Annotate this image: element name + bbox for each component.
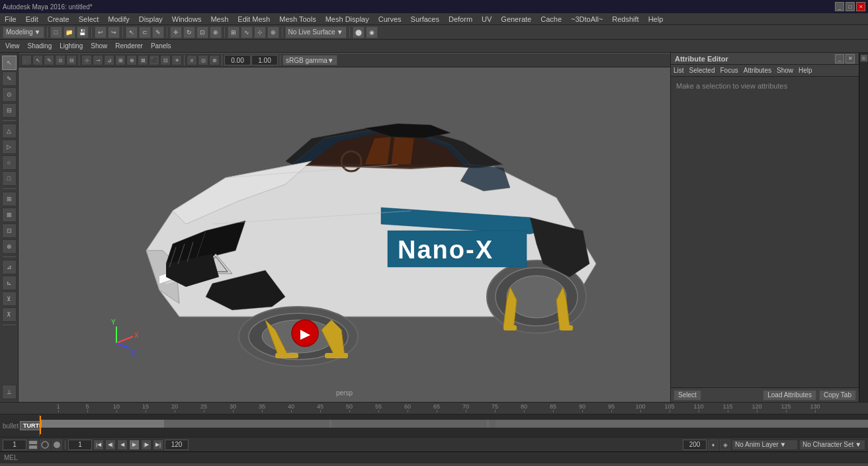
sculpt-btn[interactable]: ⊙	[2, 87, 17, 102]
snap-grid[interactable]: ⊞	[228, 26, 239, 38]
side-btn-10[interactable]: ⊠	[2, 208, 17, 222]
load-attributes-btn[interactable]: Load Attributes	[763, 390, 816, 401]
car-viewport-canvas[interactable]: Nano-X	[19, 53, 670, 402]
select-btn[interactable]: Select	[673, 390, 701, 401]
tl-icon1[interactable]	[28, 440, 38, 450]
side-btn-13[interactable]: ⊿	[2, 260, 17, 274]
side-btn-14[interactable]: ⊾	[2, 276, 17, 290]
maximize-button[interactable]: □	[846, 2, 855, 11]
attr-nav-show[interactable]: Show	[777, 67, 793, 74]
undo-btn[interactable]: ↩	[95, 26, 107, 38]
side-btn-15[interactable]: ⊻	[2, 291, 17, 306]
menu-redshift[interactable]: Redshift	[610, 15, 640, 23]
side-btn-5[interactable]: △	[2, 124, 17, 138]
frame-range-end[interactable]: 120	[165, 440, 189, 450]
open-scene-btn[interactable]: 📁	[64, 26, 75, 38]
timeline-active-range	[164, 420, 496, 428]
tl-icon2[interactable]	[40, 440, 50, 450]
range-end[interactable]: 200	[683, 440, 707, 450]
snap-curve[interactable]: ∿	[241, 26, 253, 38]
lasso-tool[interactable]: ⊂	[139, 26, 151, 38]
current-frame-input[interactable]: 1	[3, 440, 26, 450]
mode-dropdown[interactable]: Modeling ▼	[3, 26, 44, 38]
menu-3dtoall[interactable]: ~3DtoAll~	[569, 15, 605, 23]
play-back-btn[interactable]: ◀	[117, 440, 128, 450]
right-strip-btn[interactable]: ≡	[860, 54, 868, 62]
attr-nav-focus[interactable]: Focus	[720, 67, 738, 74]
menu-display[interactable]: Display	[137, 15, 165, 23]
side-btn-16[interactable]: ⊼	[2, 307, 17, 322]
render-btn[interactable]: ⬤	[353, 26, 365, 38]
skip-to-end-btn[interactable]: ▶|	[153, 440, 163, 450]
new-scene-btn[interactable]: □	[50, 26, 62, 38]
close-button[interactable]: ✕	[856, 2, 865, 11]
menu-help[interactable]: Help	[646, 15, 666, 23]
menu-curves[interactable]: Curves	[376, 15, 404, 23]
menu-create[interactable]: Create	[46, 15, 71, 23]
menu-generate[interactable]: Generate	[499, 15, 533, 23]
step-back-btn[interactable]: ◀|	[105, 440, 116, 450]
rotate-tool[interactable]: ↻	[183, 26, 195, 38]
tab-show[interactable]: Show	[88, 42, 110, 50]
tl-icon3[interactable]	[52, 440, 62, 450]
menu-mesh[interactable]: Mesh	[208, 15, 230, 23]
char-set-icon[interactable]: ♦	[708, 440, 718, 450]
play-fwd-btn[interactable]: ▶	[129, 440, 140, 450]
skip-to-start-btn[interactable]: |◀	[93, 440, 104, 450]
side-btn-6[interactable]: ▷	[2, 139, 17, 154]
menu-modify[interactable]: Modify	[106, 15, 131, 23]
menu-cache[interactable]: Cache	[539, 15, 564, 23]
attr-close-btn[interactable]: ✕	[846, 54, 855, 63]
ipr-btn[interactable]: ◉	[366, 26, 378, 38]
tab-lighting[interactable]: Lighting	[57, 42, 85, 50]
select-tool[interactable]: ↖	[126, 26, 138, 38]
attr-nav-help[interactable]: Help	[799, 67, 812, 74]
side-btn-7[interactable]: ○	[2, 155, 17, 170]
attr-nav-selected[interactable]: Selected	[689, 67, 715, 74]
transform-tool[interactable]: ⊕	[210, 26, 222, 38]
minimize-button[interactable]: _	[835, 2, 844, 11]
attr-minimize-btn[interactable]: _	[835, 54, 844, 63]
menu-uv[interactable]: UV	[480, 15, 494, 23]
snap-view[interactable]: ⊗	[267, 26, 279, 38]
select-mode-btn[interactable]: ↖	[2, 56, 17, 70]
timeline-bar[interactable]	[40, 414, 868, 438]
layer-icon[interactable]: ◈	[720, 440, 730, 450]
right-scrollbar-strip: ≡	[859, 53, 868, 402]
step-fwd-btn[interactable]: |▶	[141, 440, 152, 450]
menu-edit-mesh[interactable]: Edit Mesh	[236, 15, 272, 23]
menu-deform[interactable]: Deform	[447, 15, 474, 23]
frame-range-start[interactable]: 1	[68, 440, 92, 450]
side-btn-8[interactable]: □	[2, 171, 17, 186]
tab-panels[interactable]: Panels	[148, 42, 174, 50]
anim-layer-dropdown[interactable]: No Anim Layer ▼	[732, 440, 798, 450]
menu-select[interactable]: Select	[77, 15, 101, 23]
menu-surfaces[interactable]: Surfaces	[409, 15, 441, 23]
side-btn-12[interactable]: ⊕	[2, 239, 17, 254]
attr-nav-attributes[interactable]: Attributes	[744, 67, 771, 74]
side-btn-4[interactable]: ⊟	[2, 103, 17, 118]
bottom-side-btn[interactable]: ⊥	[2, 385, 17, 399]
menu-file[interactable]: File	[3, 15, 19, 23]
viewport[interactable]: 🎥 ↖ ✎ ⊙ ⊟ ⊹ ⊸ ⊿ ⊞ ⊕ ⊠ ⬛ ⊡ ☀ # ◎ ⊗ 0.00 1…	[19, 53, 670, 402]
menu-mesh-display[interactable]: Mesh Display	[324, 15, 371, 23]
tab-view[interactable]: View	[3, 42, 22, 50]
menu-edit[interactable]: Edit	[24, 15, 40, 23]
paint-sel-tool[interactable]: ✎	[152, 26, 164, 38]
paint-tool-btn[interactable]: ✎	[2, 71, 17, 86]
live-surface-dropdown[interactable]: No Live Surface ▼	[285, 26, 347, 38]
copy-tab-btn[interactable]: Copy Tab	[819, 390, 856, 401]
tab-renderer[interactable]: Renderer	[112, 42, 146, 50]
menu-mesh-tools[interactable]: Mesh Tools	[277, 15, 318, 23]
save-scene-btn[interactable]: 💾	[77, 26, 89, 38]
char-set-dropdown[interactable]: No Character Set ▼	[799, 440, 865, 450]
side-btn-11[interactable]: ⊡	[2, 223, 17, 238]
redo-btn[interactable]: ↪	[108, 26, 120, 38]
attr-nav-list[interactable]: List	[673, 67, 684, 74]
tab-shading[interactable]: Shading	[25, 42, 55, 50]
move-tool[interactable]: ✛	[170, 26, 182, 38]
menu-windows[interactable]: Windows	[170, 15, 204, 23]
scale-tool[interactable]: ⊡	[196, 26, 208, 38]
snap-point[interactable]: ⊹	[254, 26, 266, 38]
side-btn-9[interactable]: ⊞	[2, 192, 17, 206]
